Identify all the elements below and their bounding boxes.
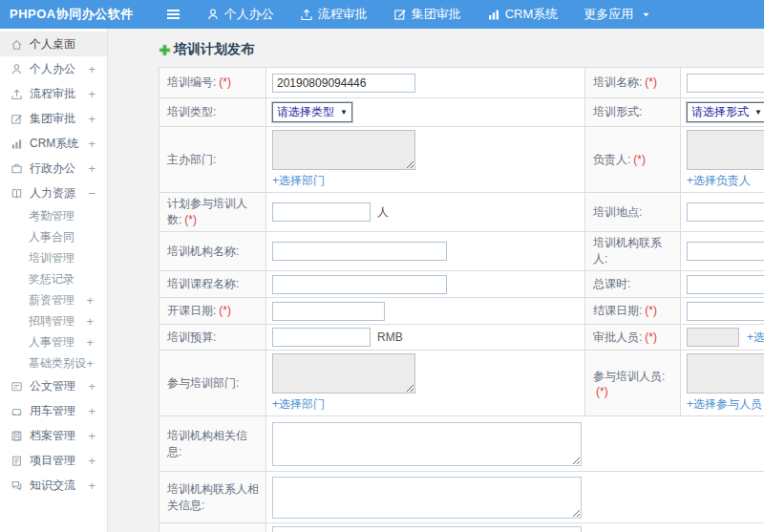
select-leader-link[interactable]: +选择负责人 bbox=[687, 173, 751, 189]
topnav-label: 个人办公 bbox=[224, 6, 274, 23]
requirements-textarea[interactable] bbox=[272, 526, 582, 532]
sidebar-item-group-approval[interactable]: 集团审批 + bbox=[0, 106, 107, 131]
required-marker: (*) bbox=[645, 75, 657, 89]
sidebar-subitem-base-category[interactable]: 基础类别设置 + bbox=[0, 352, 107, 373]
expand-plus-icon: + bbox=[88, 479, 97, 493]
sidebar-item-label: 档案管理 bbox=[30, 428, 81, 444]
expand-plus-icon: + bbox=[86, 293, 96, 308]
approver-input[interactable] bbox=[687, 328, 739, 347]
sidebar-item-label: CRM系统 bbox=[30, 136, 81, 152]
top-bar: PHPOA协同办公软件 个人办公 流程审批 集团审批 CRM系统 更多应用 bbox=[0, 0, 764, 29]
field-label: 培训编号: bbox=[167, 75, 216, 89]
field-label: 参与培训人员: bbox=[593, 370, 665, 383]
total-hours-input[interactable] bbox=[687, 275, 764, 294]
select-approver-link[interactable]: +选择审批人员 bbox=[747, 330, 764, 346]
org-info-textarea[interactable] bbox=[272, 422, 582, 466]
form-row-host-dept: 主办部门: +选择部门 负责人:(*) +选择负责人 bbox=[159, 127, 764, 193]
form-row-start-date: 开课日期:(*) 结课日期:(*) bbox=[159, 298, 764, 325]
sidebar-item-archive-mgmt[interactable]: 档案管理 + bbox=[0, 423, 107, 448]
sidebar-item-personal-desktop[interactable]: 个人桌面 bbox=[0, 32, 107, 56]
user-icon bbox=[206, 8, 220, 21]
training-plan-form: 培训编号:(*) 培训名称:(*) 培训类型: 请选择类型 ▼ 培训形式: 请选… bbox=[159, 67, 764, 532]
sidebar-item-label: 知识交流 bbox=[30, 478, 81, 494]
select-join-dept-link[interactable]: +选择部门 bbox=[272, 396, 325, 413]
required-marker: (*) bbox=[219, 75, 231, 89]
sidebar-subitem-salary-mgmt[interactable]: 薪资管理 + bbox=[0, 289, 107, 310]
field-label: 主办部门: bbox=[167, 153, 216, 166]
form-row-budget: 培训预算: RMB 审批人员:(*) +选择审批人员 bbox=[159, 325, 764, 351]
sidebar-item-label: 个人桌面 bbox=[30, 36, 89, 53]
topnav-workflow-approval[interactable]: 流程审批 bbox=[300, 6, 368, 23]
expand-plus-icon: + bbox=[86, 314, 96, 329]
planned-count-input[interactable] bbox=[272, 202, 371, 222]
training-form-select[interactable]: 请选择形式 ▼ bbox=[687, 102, 764, 122]
field-label: 负责人: bbox=[593, 153, 630, 166]
topnav-personal-office[interactable]: 个人办公 bbox=[206, 6, 274, 23]
budget-input[interactable] bbox=[272, 328, 371, 347]
required-marker: (*) bbox=[219, 304, 231, 317]
sidebar-item-label: 流程审批 bbox=[30, 86, 81, 102]
topnav-more-apps[interactable]: 更多应用 bbox=[584, 6, 650, 23]
field-label: 总课时: bbox=[593, 277, 630, 290]
edit-icon bbox=[11, 113, 23, 125]
form-row-org-name: 培训机构名称: 培训机构联系人: bbox=[159, 232, 764, 271]
expand-plus-icon: + bbox=[86, 335, 96, 350]
field-label: 培训机构名称: bbox=[167, 245, 239, 258]
sidebar-item-project-mgmt[interactable]: 项目管理 + bbox=[0, 448, 107, 473]
sidebar-item-crm-system[interactable]: CRM系统 + bbox=[0, 131, 107, 156]
edit-icon bbox=[393, 8, 407, 21]
required-marker: (*) bbox=[645, 330, 657, 344]
sidebar-subitem-training-mgmt[interactable]: 培训管理 bbox=[0, 247, 107, 268]
sidebar-subitem-reward-records[interactable]: 奖惩记录 bbox=[0, 268, 107, 289]
user-icon bbox=[11, 63, 23, 75]
form-row-org-info: 培训机构相关信息: bbox=[159, 416, 764, 472]
field-label: 培训机构联系人相关信息: bbox=[167, 482, 259, 512]
expand-plus-icon: + bbox=[88, 454, 97, 468]
topnav-crm-system[interactable]: CRM系统 bbox=[487, 6, 559, 23]
home-icon bbox=[11, 38, 23, 51]
end-date-input[interactable] bbox=[687, 302, 764, 321]
host-dept-textarea[interactable] bbox=[272, 130, 415, 170]
leader-textarea[interactable] bbox=[687, 130, 764, 170]
topnav-group-approval[interactable]: 集团审批 bbox=[393, 6, 461, 23]
location-input[interactable] bbox=[687, 202, 764, 222]
sidebar-item-knowledge-exchange[interactable]: 知识交流 + bbox=[0, 473, 107, 498]
expand-plus-icon: + bbox=[86, 356, 96, 371]
org-contact-input[interactable] bbox=[687, 242, 764, 261]
sidebar-item-admin-office[interactable]: 行政办公 + bbox=[0, 156, 107, 181]
expand-plus-icon: + bbox=[88, 112, 97, 126]
sidebar-subitem-hr-contract[interactable]: 人事合同 bbox=[0, 226, 107, 247]
expand-plus-icon: + bbox=[88, 404, 97, 418]
sidebar-item-personal-office[interactable]: 个人办公 + bbox=[0, 56, 107, 81]
field-label: 培训机构联系人: bbox=[593, 236, 662, 266]
sidebar-subitem-recruit-mgmt[interactable]: 招聘管理 + bbox=[0, 310, 107, 331]
training-type-select[interactable]: 请选择类型 ▼ bbox=[272, 102, 352, 122]
sidebar-subitem-personnel-mgmt[interactable]: 人事管理 + bbox=[0, 331, 107, 352]
field-label: 参与培训部门: bbox=[167, 376, 239, 390]
expand-plus-icon: + bbox=[88, 161, 97, 176]
sidebar-subitem-attendance-mgmt[interactable]: 考勤管理 bbox=[0, 205, 107, 226]
unit-currency: RMB bbox=[377, 330, 403, 344]
sidebar-item-workflow-approval[interactable]: 流程审批 + bbox=[0, 81, 107, 106]
hamburger-menu-icon[interactable] bbox=[166, 9, 180, 20]
unit-person: 人 bbox=[377, 204, 389, 221]
training-no-input[interactable] bbox=[272, 74, 415, 93]
join-staff-textarea[interactable] bbox=[687, 353, 764, 394]
sidebar-item-document-mgmt[interactable]: 公文管理 + bbox=[0, 373, 107, 398]
form-row-course-name: 培训课程名称: 总课时: bbox=[159, 271, 764, 298]
join-dept-textarea[interactable] bbox=[272, 353, 415, 394]
org-name-input[interactable] bbox=[272, 242, 447, 261]
select-join-staff-link[interactable]: +选择参与人员 bbox=[687, 396, 762, 413]
start-date-input[interactable] bbox=[272, 302, 385, 321]
sidebar-item-human-resources[interactable]: 人力资源 − bbox=[0, 181, 107, 205]
required-marker: (*) bbox=[596, 385, 608, 398]
field-label: 开课日期: bbox=[167, 304, 216, 317]
select-dept-link[interactable]: +选择部门 bbox=[272, 173, 325, 189]
sidebar-item-label: 公文管理 bbox=[30, 378, 81, 394]
training-name-input[interactable] bbox=[687, 74, 764, 93]
course-name-input[interactable] bbox=[272, 275, 447, 294]
org-contact-info-textarea[interactable] bbox=[272, 477, 582, 519]
sidebar-item-vehicle-mgmt[interactable]: 用车管理 + bbox=[0, 398, 107, 423]
add-plus-icon bbox=[159, 44, 171, 56]
sidebar-item-label: 用车管理 bbox=[30, 403, 81, 419]
